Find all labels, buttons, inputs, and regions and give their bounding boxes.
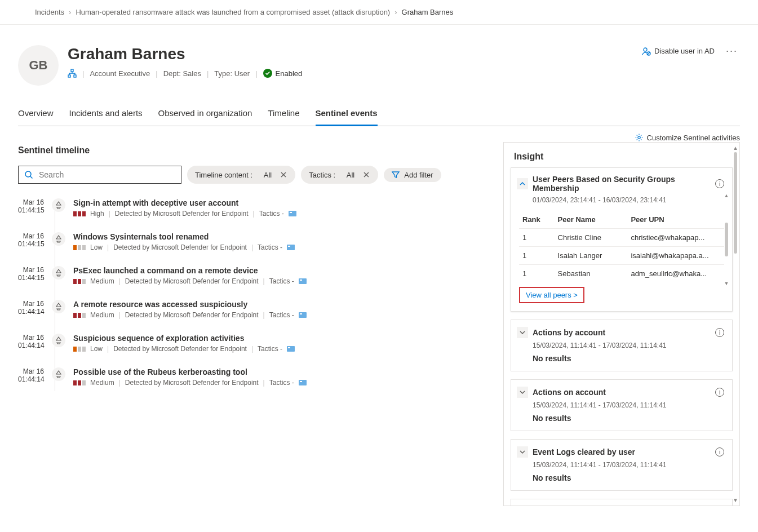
alert-icon (52, 334, 65, 347)
svg-rect-14 (300, 313, 302, 314)
insight-card: Group additions i (511, 499, 733, 506)
filter-tactics[interactable]: Tactics : All (301, 166, 378, 184)
search-input[interactable] (38, 170, 175, 180)
tactic-icon (287, 345, 295, 353)
breadcrumb-incidents[interactable]: Incidents (35, 8, 64, 16)
check-icon (263, 69, 272, 78)
search-input-wrapper[interactable] (18, 166, 181, 184)
svg-rect-0 (71, 69, 73, 72)
insight-panel: Insight User Peers Based on Security Gro… (503, 142, 740, 506)
section-title-timeline: Sentinel timeline (18, 145, 486, 156)
insight-card: Actions on account i 15/03/2024, 11:14:4… (511, 379, 733, 431)
clear-filter-button[interactable] (360, 169, 373, 181)
timeline-timestamp: Mar 1601:44:15 (18, 198, 44, 214)
card-date-range: 15/03/2024, 11:14:41 - 17/03/2024, 11:14… (511, 461, 732, 472)
timeline-item[interactable]: Mar 1601:44:15 Sign-in attempt with dece… (18, 194, 486, 228)
status-badge: Enabled (263, 69, 303, 78)
svg-rect-7 (289, 211, 296, 216)
scrollbar[interactable]: ▲▼ (723, 193, 730, 286)
alert-icon (52, 266, 65, 280)
svg-rect-2 (74, 75, 76, 77)
svg-rect-18 (300, 381, 302, 382)
search-icon (24, 170, 33, 179)
card-date-range: 15/03/2024, 11:14:41 - 17/03/2024, 11:14… (511, 401, 732, 413)
severity-label: Low (90, 243, 103, 251)
tab-observed[interactable]: Observed in organization (158, 108, 252, 126)
timeline-item[interactable]: Mar 1601:44:15 Windows Sysinternals tool… (18, 228, 486, 261)
filter-timeline-content[interactable]: Timeline content : All (187, 166, 295, 184)
timeline-item[interactable]: Mar 1601:44:14 Possible use of the Rubeu… (18, 363, 486, 397)
timeline-item[interactable]: Mar 1601:44:14 Suspicious sequence of ex… (18, 329, 486, 363)
detection-source: Detected by Microsoft Defender for Endpo… (113, 345, 247, 353)
timeline-item-title[interactable]: Suspicious sequence of exploration activ… (73, 334, 295, 343)
user-header: GB Graham Barnes | Account Executive | D… (18, 25, 740, 86)
more-actions-button[interactable]: ··· (724, 45, 740, 57)
user-dept: Dept: Sales (163, 69, 201, 78)
col-rank[interactable]: Rank (519, 211, 555, 229)
tactics-label: Tactics - (269, 277, 294, 285)
card-date-range: 15/03/2024, 11:14:41 - 17/03/2024, 11:14… (511, 342, 732, 353)
info-icon[interactable]: i (715, 328, 724, 337)
info-icon[interactable]: i (715, 179, 724, 188)
severity-label: Medium (90, 379, 114, 387)
info-icon[interactable]: i (715, 447, 724, 456)
card-toggle[interactable]: User Peers Based on Security Groups Memb… (511, 168, 732, 196)
tactics-label: Tactics - (258, 345, 282, 353)
svg-rect-12 (300, 280, 302, 281)
col-peer-upn[interactable]: Peer UPN (627, 211, 724, 229)
card-toggle[interactable]: Actions on account i (511, 380, 732, 401)
disable-user-button[interactable]: Disable user in AD (642, 47, 715, 56)
gear-icon (635, 133, 644, 142)
detection-source: Detected by Microsoft Defender for Endpo… (125, 379, 259, 387)
tab-sentinel-events[interactable]: Sentinel events (316, 108, 378, 126)
svg-rect-8 (290, 212, 292, 213)
timeline-item[interactable]: Mar 1601:44:15 PsExec launched a command… (18, 261, 486, 295)
card-toggle[interactable]: Event Logs cleared by user i (511, 440, 732, 461)
alert-icon (52, 198, 65, 212)
table-row[interactable]: 1Isaiah Langerisaiahl@whakapapa.a... (519, 247, 724, 265)
tactics-label: Tactics - (269, 311, 294, 319)
alert-icon (52, 300, 65, 313)
severity-label: High (90, 210, 104, 218)
severity-indicator (73, 347, 86, 352)
chevron-down-icon (517, 446, 528, 458)
avatar: GB (18, 45, 59, 86)
table-row[interactable]: 1Sebastianadm_seullric@whaka... (519, 265, 724, 283)
breadcrumb-incident-name[interactable]: Human-operated ransomware attack was lau… (76, 8, 390, 16)
tab-timeline[interactable]: Timeline (268, 108, 299, 126)
tactics-label: Tactics - (259, 210, 284, 218)
scrollbar[interactable]: ▲▼ (732, 143, 739, 506)
timeline-timestamp: Mar 1601:44:14 (18, 300, 44, 316)
tactic-icon (287, 243, 295, 251)
chevron-down-icon (517, 327, 528, 338)
no-results-label: No results (511, 353, 732, 371)
col-peer-name[interactable]: Peer Name (555, 211, 628, 229)
insight-header: Insight (504, 143, 739, 167)
tactics-label: Tactics - (258, 243, 282, 251)
timeline-item[interactable]: Mar 1601:44:14 A remote resource was acc… (18, 295, 486, 329)
no-results-label: No results (511, 413, 732, 431)
info-icon[interactable]: i (715, 388, 724, 397)
detection-source: Detected by Microsoft Defender for Endpo… (125, 311, 259, 319)
timeline-item-title[interactable]: Sign-in attempt with deceptive user acco… (73, 198, 296, 207)
timeline-item-title[interactable]: Windows Sysinternals tool renamed (73, 232, 295, 241)
page-title: Graham Barnes (68, 45, 302, 63)
tab-incidents-alerts[interactable]: Incidents and alerts (69, 108, 143, 126)
clear-filter-button[interactable] (277, 169, 290, 181)
tactic-icon (299, 277, 307, 285)
org-hierarchy-icon[interactable] (68, 69, 77, 78)
table-row[interactable]: 1Christie Clinechristiec@whakapap... (519, 229, 724, 247)
timeline-item-title[interactable]: Possible use of the Rubeus kerberoasting… (73, 367, 307, 376)
card-toggle[interactable]: Actions by account i (511, 320, 732, 342)
customize-activities-button[interactable]: Customize Sentinel activities (635, 133, 740, 142)
tab-overview[interactable]: Overview (18, 108, 54, 126)
timeline-item-title[interactable]: PsExec launched a command on a remote de… (73, 266, 307, 275)
card-toggle[interactable]: Group additions i (511, 499, 732, 506)
view-all-peers-link[interactable]: View all peers > (519, 287, 584, 303)
svg-rect-17 (299, 380, 307, 385)
severity-label: Medium (90, 277, 114, 285)
detection-source: Detected by Microsoft Defender for Endpo… (113, 243, 247, 251)
timeline-item-title[interactable]: A remote resource was accessed suspiciou… (73, 300, 307, 309)
add-filter-button[interactable]: Add filter (384, 168, 441, 182)
detection-source: Detected by Microsoft Defender for Endpo… (125, 277, 259, 285)
